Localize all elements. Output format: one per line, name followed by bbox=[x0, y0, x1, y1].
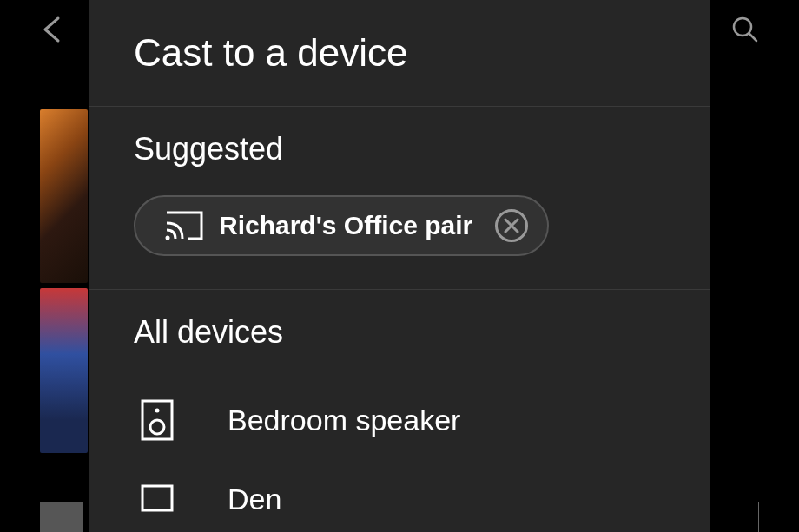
device-row-bedroom-speaker[interactable]: Bedroom speaker bbox=[89, 378, 710, 462]
suggested-device-label: Richard's Office pair bbox=[219, 211, 472, 240]
device-label: Den bbox=[228, 483, 281, 516]
panel-title: Cast to a device bbox=[89, 0, 710, 107]
svg-point-2 bbox=[166, 236, 170, 240]
album-thumbnail-1 bbox=[40, 109, 88, 283]
all-devices-section-label: All devices bbox=[89, 290, 710, 351]
svg-point-6 bbox=[155, 409, 160, 413]
svg-rect-8 bbox=[142, 486, 172, 510]
search-button[interactable] bbox=[728, 12, 763, 47]
back-button[interactable] bbox=[36, 12, 71, 47]
suggested-section-label: Suggested bbox=[89, 107, 710, 167]
remove-suggested-button[interactable] bbox=[495, 209, 528, 242]
speaker-icon bbox=[141, 399, 174, 441]
back-arrow-icon bbox=[39, 15, 69, 44]
all-devices-section: All devices Bedroom speaker Den bbox=[89, 290, 710, 532]
device-label: Bedroom speaker bbox=[228, 404, 460, 437]
device-row-den[interactable]: Den bbox=[89, 462, 710, 532]
playbar-left-control[interactable] bbox=[40, 502, 83, 532]
svg-point-7 bbox=[150, 420, 164, 434]
tv-icon bbox=[141, 484, 174, 516]
svg-line-1 bbox=[749, 34, 756, 41]
cast-device-panel: Cast to a device Suggested Richard's Off… bbox=[89, 0, 710, 532]
svg-point-0 bbox=[734, 18, 751, 36]
background-album-art bbox=[40, 109, 88, 453]
close-icon bbox=[504, 218, 519, 233]
suggested-section: Suggested Richard's Office pair bbox=[89, 107, 710, 290]
suggested-device-chip[interactable]: Richard's Office pair bbox=[134, 195, 549, 256]
cast-icon bbox=[165, 211, 203, 240]
album-thumbnail-2 bbox=[40, 288, 88, 453]
playbar-right-control[interactable] bbox=[716, 502, 759, 532]
search-icon bbox=[730, 15, 760, 44]
